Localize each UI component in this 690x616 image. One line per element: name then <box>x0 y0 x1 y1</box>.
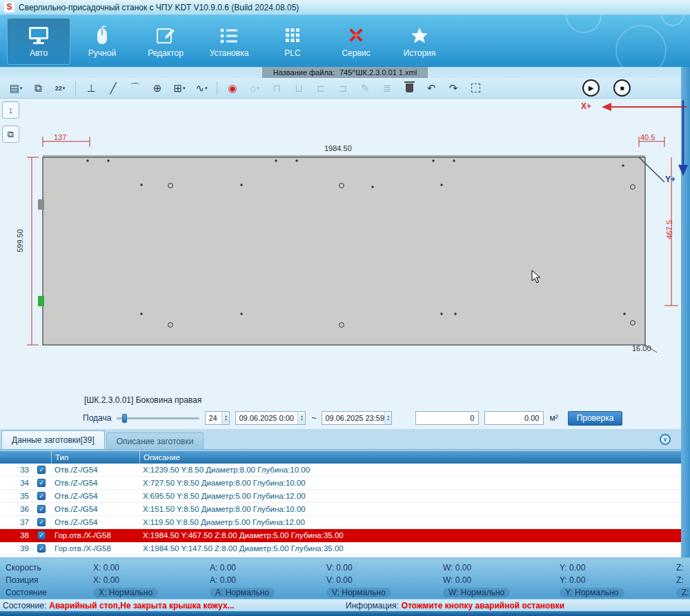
count-value: 0 <box>470 414 474 422</box>
row-type: Отв./Z-/G54 <box>51 518 139 526</box>
tab-0[interactable]: Данные заготовки[39] <box>1 430 105 449</box>
dim-side-button[interactable]: ⊐ <box>333 79 353 97</box>
area-unit-label: м² <box>549 413 558 423</box>
count-field[interactable]: 0 <box>415 411 479 425</box>
feed-row: Подача 24 ▲▼ 09.06.2025 0:00 ▲▼ ~ 09.06.… <box>0 407 690 429</box>
row-checkbox[interactable]: ✓ <box>37 479 46 487</box>
row-number: 35 <box>11 492 32 500</box>
table-row[interactable]: 34✓Отв./Z-/G54X:727.50 Y:8.50 Диаметр:8.… <box>0 477 690 490</box>
curve-button[interactable]: ∿▾ <box>191 79 212 97</box>
nav-item-editor[interactable]: Редактор <box>134 18 197 65</box>
trash-button[interactable] <box>399 79 420 97</box>
date-range-separator: ~ <box>311 413 316 423</box>
slider-thumb[interactable] <box>122 414 127 423</box>
redo-button[interactable]: ↷ <box>443 79 464 97</box>
table-row[interactable]: 37✓Отв./Z-/G54X:119.50 Y:8.50 Диаметр:5.… <box>0 516 690 529</box>
row-checkbox[interactable]: ✓ <box>37 531 46 539</box>
undo-button[interactable]: ↶ <box>421 79 442 97</box>
record-button[interactable]: ◉ <box>222 79 243 97</box>
table-row[interactable]: 39✓Гор.отв./X-/G58X:1984.50 Y:147.50 Z:8… <box>0 542 690 555</box>
arc-button[interactable]: ⌒ <box>125 79 146 97</box>
nav-item-auto[interactable]: Авто <box>7 18 70 65</box>
dropdown-arrow-icon: ▾ <box>20 86 23 91</box>
rect-plus-button[interactable]: ⊞▾ <box>169 79 190 97</box>
brush-button[interactable]: ✎ <box>355 79 375 97</box>
state-label: Состояние: <box>3 601 46 610</box>
dim-height-button[interactable]: ⊔ <box>288 79 309 97</box>
status-row-label: Скорость <box>0 563 93 573</box>
tool-22-button[interactable]: 22▾ <box>50 79 70 97</box>
dim-gap-button[interactable]: ⊏ <box>310 79 331 97</box>
layers-button[interactable]: ≣ <box>377 79 397 97</box>
play-button[interactable]: ▶ <box>582 79 600 97</box>
part-label: [ШК.2.3.0.01] Боковина правая <box>84 395 201 405</box>
row-checkbox[interactable]: ✓ <box>37 544 46 553</box>
drawing-canvas[interactable]: ↕⧉ <box>0 99 690 393</box>
area-field[interactable]: 0.00 <box>484 411 544 425</box>
row-type: Отв./Z-/G54 <box>51 466 139 474</box>
spinner-arrows-icon[interactable]: ▲▼ <box>221 412 229 424</box>
status-cell: A: Нормально <box>210 588 326 597</box>
nav-item-label: Редактор <box>148 48 184 58</box>
row-checkbox[interactable]: ✓ <box>37 466 46 474</box>
row-description: X:727.50 Y:8.50 Диаметр:8.00 Глубина:10.… <box>139 479 690 487</box>
tab-1[interactable]: Описание заготовки <box>106 433 204 449</box>
tabs-row: Данные заготовки[39]Описание заготовки ∨ <box>0 429 690 450</box>
line-button[interactable]: ╱ <box>103 79 124 97</box>
table-row[interactable]: 38✓Гор.отв./X-/G58X:1984.50 Y:467.50 Z:8… <box>0 529 690 542</box>
circle-plus-button[interactable]: ⊕ <box>147 79 168 97</box>
spinner-arrows-icon[interactable]: ▲▼ <box>297 412 305 424</box>
row-type: Гор.отв./X-/G58 <box>51 531 139 539</box>
nav-item-label: Авто <box>30 48 48 58</box>
app-logo-icon: S <box>4 2 14 12</box>
lock-button[interactable]: ⌂▾ <box>244 79 265 97</box>
stop-icon: ■ <box>620 84 624 92</box>
nav-item-service[interactable]: Сервис <box>324 18 388 65</box>
nav-item-setup[interactable]: Установка <box>197 18 261 65</box>
feed-value-input[interactable]: 24 ▲▼ <box>205 411 230 425</box>
dim-top-left: 137 <box>54 133 66 141</box>
feed-slider[interactable] <box>117 413 199 423</box>
lock-icon: ⌂ <box>250 82 256 94</box>
status-cell: X: 0.00 <box>93 575 210 585</box>
clamp-button[interactable]: ⊥ <box>81 79 101 97</box>
date-from-input[interactable]: 09.06.2025 0:00 ▲▼ <box>235 411 306 425</box>
select-area-button[interactable] <box>465 79 486 97</box>
date-to-input[interactable]: 09.06.2025 23:59 ▲▼ <box>322 411 392 425</box>
line-icon: ╱ <box>110 82 116 95</box>
measure-vertical-button[interactable]: ↕ <box>2 101 19 119</box>
stop-button[interactable]: ■ <box>613 79 631 97</box>
new-file-button[interactable]: ⧉ <box>28 79 48 97</box>
dim-side-icon: ⊐ <box>339 82 348 95</box>
row-description: X:695.50 Y:8.50 Диаметр:5.00 Глубина:12.… <box>139 492 690 500</box>
status-cell: V: 0.00 <box>326 563 443 573</box>
area-value: 0.00 <box>524 414 539 422</box>
col-desc-header: Описание <box>139 451 690 464</box>
nav-item-plc[interactable]: PLC <box>261 18 324 65</box>
dropdown-arrow-icon: ▾ <box>257 86 259 91</box>
row-checkbox[interactable]: ✓ <box>37 518 46 526</box>
nav-item-label: Ручной <box>88 48 116 58</box>
row-checkbox[interactable]: ✓ <box>37 505 46 513</box>
canvas-drawing <box>0 99 690 393</box>
row-type: Отв./Z-/G54 <box>51 492 139 500</box>
row-number: 38 <box>11 531 32 539</box>
row-type: Гор.отв./X-/G58 <box>51 544 139 553</box>
save-button[interactable]: ▤▾ <box>6 79 26 97</box>
check-button[interactable]: Проверка <box>568 411 623 426</box>
measure-stack-button[interactable]: ⧉ <box>2 126 19 143</box>
table-row[interactable]: 33✓Отв./Z-/G54X:1239.50 Y:8.50 Диаметр:8… <box>0 464 690 477</box>
row-checkbox[interactable]: ✓ <box>37 492 46 500</box>
table-row[interactable]: 36✓Отв./Z-/G54X:151.50 Y:8.50 Диаметр:8.… <box>0 503 690 516</box>
measure-vertical-icon: ↕ <box>8 105 13 115</box>
row-description: X:119.50 Y:8.50 Диаметр:5.00 Глубина:12.… <box>139 518 690 526</box>
nav-item-history[interactable]: История <box>388 18 451 65</box>
dim-width-button[interactable]: ⊓ <box>266 79 287 97</box>
collapse-chevron-icon[interactable]: ∨ <box>660 434 671 445</box>
spinner-arrows-icon[interactable]: ▲▼ <box>384 412 391 424</box>
tools-icon <box>344 25 368 47</box>
nav-item-manual[interactable]: Ручной <box>70 18 134 65</box>
window-bottom-edge <box>0 611 690 616</box>
status-row-label: Позиция <box>0 575 93 585</box>
table-row[interactable]: 35✓Отв./Z-/G54X:695.50 Y:8.50 Диаметр:5.… <box>0 490 690 503</box>
